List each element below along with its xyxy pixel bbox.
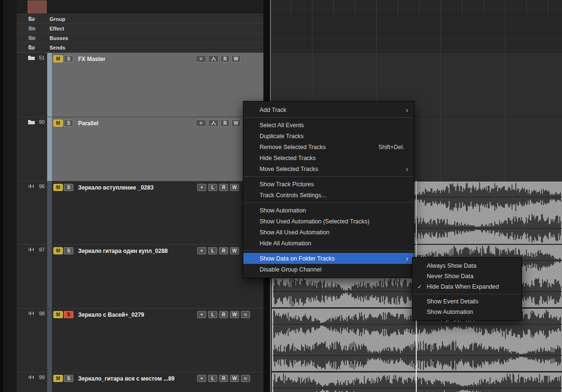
track-row-separator	[271, 33, 562, 34]
menu-item-label: Show Track Pictures	[260, 181, 408, 188]
track-color-strip[interactable]	[47, 309, 52, 372]
write-automation-button[interactable]: W	[231, 120, 241, 127]
menu-item-move-selected-tracks[interactable]: Move Selected Tracks›	[243, 163, 414, 174]
track-body[interactable]: MSЗеркало_гитара вся с местом ...89●LRW≡	[52, 372, 263, 392]
track-head-98[interactable]: 98	[17, 309, 47, 372]
mute-button[interactable]: M	[53, 184, 63, 191]
track-body[interactable]: MSЗеркало вступление _0283●LRW	[52, 181, 263, 244]
menu-item-disable-group-channel[interactable]: Disable Group Channel	[243, 264, 414, 275]
menu-item-hide-all-automation[interactable]: Hide All Automation	[243, 238, 414, 249]
equals-button[interactable]: =	[196, 55, 206, 62]
track-row-separator	[271, 14, 562, 15]
read-automation-button[interactable]: R	[219, 311, 228, 318]
folder-row-label: Effect	[50, 26, 64, 31]
track-color-swatch[interactable]	[28, 0, 47, 13]
solo-button[interactable]: S	[64, 120, 73, 127]
track-row-96[interactable]: 96MSЗеркало вступление _0283●LRW	[17, 181, 263, 244]
menu-item-hide-selected-tracks[interactable]: Hide Selected Tracks	[243, 152, 414, 163]
partial-track-row[interactable]	[17, 0, 263, 14]
read-automation-button[interactable]: R	[219, 375, 228, 382]
menu-item-show-all-used-automation[interactable]: Show All Used Automation	[243, 227, 414, 238]
track-color-strip[interactable]	[47, 53, 52, 117]
track-color-strip[interactable]	[47, 181, 52, 244]
listen-button[interactable]: L	[208, 311, 217, 318]
track-row-98[interactable]: 98MSЗеркало с Васей+_0279●LRW≡	[17, 308, 263, 372]
fork-routing-button[interactable]	[208, 55, 219, 62]
menu-item-track-controls-settings[interactable]: Track Controls Settings...	[243, 190, 414, 201]
menu-item-hide-data-when-expanded[interactable]: ✓Hide Data When Expanded	[412, 281, 522, 292]
record-arm-button[interactable]: ●	[197, 311, 206, 318]
menu-item-label: Show Used Automation (Selected Tracks)	[260, 218, 408, 225]
solo-button[interactable]: S	[64, 247, 73, 254]
track-head-99[interactable]: 99	[17, 372, 47, 392]
write-automation-button[interactable]: W	[230, 247, 239, 254]
read-automation-button[interactable]: R	[221, 120, 230, 127]
record-arm-button[interactable]: ●	[197, 247, 206, 254]
events-list-button[interactable]: ≡	[241, 311, 250, 318]
record-arm-button[interactable]: ●	[197, 375, 206, 382]
mute-button[interactable]: M	[53, 120, 63, 127]
listen-button[interactable]: L	[208, 184, 217, 191]
track-body[interactable]: MSЗеркало гитара один купл_0288●LRW	[52, 245, 263, 308]
write-automation-button[interactable]: W	[230, 375, 239, 382]
events-list-button[interactable]: ≡	[241, 375, 250, 382]
track-head-96[interactable]: 96	[17, 181, 47, 244]
track-body[interactable]: MSFX Master=RW	[52, 53, 263, 117]
folder-row-sends[interactable]: Sends	[17, 43, 263, 52]
track-body[interactable]: MSParallel=RW	[52, 117, 263, 181]
menu-separator	[413, 294, 521, 294]
track-row-90[interactable]: 90MSParallel=RW	[17, 117, 263, 181]
track-context-menu: Add Track›Select All EventsDuplicate Tra…	[243, 101, 414, 278]
menu-item-never-show-data[interactable]: Never Show Data	[412, 271, 522, 281]
listen-button[interactable]: L	[208, 247, 217, 254]
write-automation-button[interactable]: W	[231, 55, 241, 62]
read-automation-button[interactable]: R	[219, 247, 228, 254]
audio-event[interactable]	[272, 372, 562, 392]
menu-item-remove-selected-tracks[interactable]: Remove Selected TracksShift+Del.	[243, 141, 414, 152]
equals-button[interactable]: =	[196, 120, 206, 127]
write-automation-button[interactable]: W	[230, 184, 239, 191]
record-arm-button[interactable]: ●	[197, 184, 206, 191]
track-color-strip[interactable]	[47, 372, 52, 392]
menu-item-show-data-on-folder-tracks[interactable]: Show Data on Folder Tracks›	[243, 253, 414, 264]
write-automation-button[interactable]: W	[230, 311, 239, 318]
menu-item-label: Show Automation	[427, 309, 516, 315]
menu-item-show-automation[interactable]: Show Automation	[412, 307, 522, 317]
read-automation-button[interactable]: R	[219, 184, 228, 191]
mute-button[interactable]: M	[53, 247, 63, 254]
track-head-97[interactable]: 97	[17, 245, 47, 308]
solo-button[interactable]: S	[64, 375, 73, 382]
folder-row-group[interactable]: Group	[17, 14, 263, 24]
listen-button[interactable]: L	[208, 375, 217, 382]
track-row-99[interactable]: 99MSЗеркало_гитара вся с местом ...89●LR…	[17, 372, 263, 392]
menu-item-duplicate-tracks[interactable]: Duplicate Tracks	[243, 131, 414, 141]
track-head-51[interactable]: 51	[17, 53, 47, 117]
menu-item-always-show-data[interactable]: Always Show Data	[412, 261, 522, 271]
mute-button[interactable]: M	[53, 311, 63, 318]
track-row-51[interactable]: 51MSFX Master=RW	[17, 52, 263, 117]
solo-button[interactable]: S	[64, 55, 73, 62]
mute-button[interactable]: M	[53, 375, 63, 382]
menu-item-show-automation[interactable]: Show Automation	[243, 205, 414, 216]
track-row-97[interactable]: 97MSЗеркало гитара один купл_0288●LRW	[17, 244, 263, 308]
read-automation-button[interactable]: R	[221, 55, 230, 62]
menu-item-show-used-automation-selected-tracks[interactable]: Show Used Automation (Selected Tracks)	[243, 216, 414, 227]
fork-routing-button[interactable]	[208, 120, 219, 127]
menu-item-show-event-details[interactable]: Show Event Details	[412, 296, 522, 307]
solo-button[interactable]: S	[64, 184, 73, 191]
track-head-90[interactable]: 90	[17, 117, 47, 181]
track-list[interactable]: GroupEffectBussesSends 51MSFX Master=RW9…	[17, 0, 263, 392]
menu-item-add-track[interactable]: Add Track›	[243, 104, 414, 115]
folder-row-effect[interactable]: Effect	[17, 24, 263, 33]
track-color-strip[interactable]	[47, 245, 52, 308]
folder-track-icon	[28, 119, 36, 125]
track-body[interactable]: MSЗеркало с Васей+_0279●LRW≡	[52, 309, 263, 372]
menu-item-show-track-pictures[interactable]: Show Track Pictures	[243, 179, 414, 190]
mute-button[interactable]: M	[53, 55, 63, 62]
track-controls: ●LRW≡	[197, 311, 250, 318]
track-color-strip[interactable]	[47, 117, 52, 181]
menu-item-select-all-events[interactable]: Select All Events	[243, 120, 414, 131]
folder-row-busses[interactable]: Busses	[17, 33, 263, 43]
fork-icon	[211, 56, 216, 61]
solo-button[interactable]: S	[64, 311, 73, 318]
